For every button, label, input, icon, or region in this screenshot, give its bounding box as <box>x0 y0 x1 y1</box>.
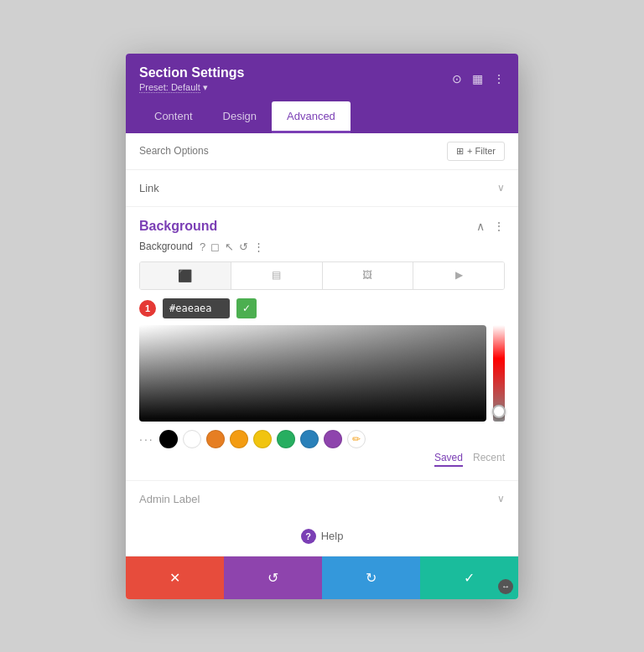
modal-title-area: Section Settings Preset: Default ▾ <box>139 65 244 93</box>
redo-button[interactable]: ↻ <box>322 556 420 599</box>
modal-body: ⊞ + Filter Link ∨ Background ∧ ⋮ <box>126 133 518 556</box>
swatch-pencil[interactable]: ✏ <box>347 430 366 448</box>
video-icon: ▶ <box>413 269 504 281</box>
bg-type-video[interactable]: ▶ <box>413 262 504 289</box>
more-icon[interactable]: ⋮ <box>493 72 505 85</box>
background-controls-row: Background ? ◻ ↖ ↺ ⋮ <box>139 241 505 253</box>
help-row: ? Help <box>126 517 518 556</box>
header-icons: ⊙ ▦ ⋮ <box>452 72 505 85</box>
modal-tabs: Content Design Advanced <box>139 101 505 133</box>
redo-icon: ↻ <box>366 570 377 586</box>
cancel-icon: ✕ <box>169 570 180 586</box>
filter-button[interactable]: ⊞ + Filter <box>447 142 505 161</box>
admin-label-section[interactable]: Admin Label ∨ <box>126 480 518 517</box>
color-fill-icon: ⬛ <box>140 269 231 282</box>
swatches-more-icon[interactable]: ··· <box>139 432 154 446</box>
modal-title: Section Settings <box>139 65 244 80</box>
cursor-icon[interactable]: ↖ <box>225 241 234 253</box>
bg-type-image[interactable]: 🖼 <box>323 262 414 289</box>
undo-icon: ↺ <box>267 570 278 586</box>
save-icon: ✓ <box>464 570 475 586</box>
gradient-icon: ▤ <box>231 269 322 281</box>
modal-header: Section Settings Preset: Default ▾ ⊙ ▦ ⋮… <box>126 54 518 133</box>
link-label: Link <box>139 182 159 194</box>
help-circle-icon[interactable]: ? <box>200 241 205 253</box>
tab-advanced[interactable]: Advanced <box>272 101 351 133</box>
admin-label-text: Admin Label <box>139 493 200 505</box>
swatch-orange[interactable] <box>206 430 225 448</box>
settings-icon[interactable]: ⊙ <box>452 72 462 85</box>
tab-design[interactable]: Design <box>208 101 272 133</box>
background-section: Background ∧ ⋮ Background ? ◻ ↖ ↺ ⋮ <box>126 207 518 480</box>
color-gradient-box[interactable] <box>139 325 486 422</box>
swatch-yellow[interactable] <box>253 430 272 448</box>
swatch-orange2[interactable] <box>230 430 248 448</box>
background-header: Background ∧ ⋮ <box>139 207 505 241</box>
saved-tab[interactable]: Saved <box>434 452 463 467</box>
background-header-right: ∧ ⋮ <box>476 220 505 233</box>
swatch-black[interactable] <box>159 430 178 448</box>
undo-button[interactable]: ↺ <box>224 556 322 599</box>
color-picker-area: 1 ✓ <box>139 298 505 422</box>
search-input[interactable] <box>139 145 447 157</box>
collapse-icon[interactable]: ∧ <box>476 220 485 233</box>
saved-recent-tabs: Saved Recent <box>139 452 505 467</box>
modal-footer: ✕ ↺ ↻ ✓ <box>126 556 518 599</box>
filter-icon: ⊞ <box>456 146 464 157</box>
color-slider[interactable] <box>493 325 505 422</box>
background-icons: ? ◻ ↖ ↺ ⋮ <box>200 241 264 253</box>
resize-icon[interactable]: ↔ <box>498 579 513 594</box>
swatch-white[interactable] <box>183 430 201 448</box>
swatch-blue[interactable] <box>300 430 319 448</box>
swatch-green[interactable] <box>277 430 295 448</box>
link-section[interactable]: Link ∨ <box>126 170 518 207</box>
tab-content[interactable]: Content <box>139 101 208 133</box>
modal-preset[interactable]: Preset: Default ▾ <box>139 82 244 93</box>
recent-tab[interactable]: Recent <box>473 452 505 467</box>
help-label: Help <box>321 530 344 542</box>
image-icon: 🖼 <box>323 269 413 281</box>
swatch-purple[interactable] <box>324 430 342 448</box>
cancel-button[interactable]: ✕ <box>126 556 224 599</box>
help-button[interactable]: ? Help <box>301 529 344 544</box>
color-swatches: ··· ✏ <box>139 430 505 448</box>
copy-icon[interactable]: ◻ <box>210 241 220 253</box>
color-gradient-container <box>139 325 505 422</box>
admin-chevron-down-icon: ∨ <box>497 493 505 505</box>
background-type-tabs: ⬛ ▤ 🖼 ▶ <box>139 261 505 290</box>
search-bar: ⊞ + Filter <box>126 133 518 170</box>
more-options-icon[interactable]: ⋮ <box>493 220 505 233</box>
chevron-down-icon: ∨ <box>497 182 505 194</box>
bg-type-color[interactable]: ⬛ <box>140 262 231 289</box>
background-label: Background <box>139 241 193 252</box>
slider-handle[interactable] <box>492 405 506 418</box>
hex-input[interactable] <box>163 298 230 318</box>
background-title: Background <box>139 219 217 234</box>
columns-icon[interactable]: ▦ <box>472 72 483 85</box>
help-icon: ? <box>301 529 316 544</box>
reset-icon[interactable]: ↺ <box>239 241 248 253</box>
bg-type-gradient[interactable]: ▤ <box>231 262 323 289</box>
hex-confirm-button[interactable]: ✓ <box>236 298 257 318</box>
bg-more-icon[interactable]: ⋮ <box>253 241 264 253</box>
layer-badge: 1 <box>139 300 156 317</box>
hex-row: 1 ✓ <box>139 298 505 318</box>
